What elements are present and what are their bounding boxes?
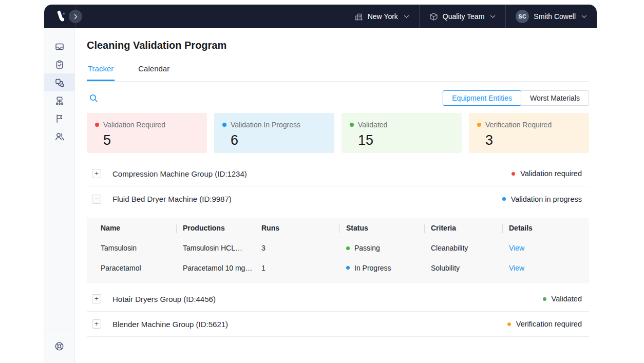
inbox-icon [54,42,65,52]
card-label: Validation Required [103,121,165,129]
status-dot [222,123,226,127]
search-icon [89,93,98,103]
workflow-icon [54,78,65,88]
user-menu[interactable]: SC Smith Cowell [505,5,597,28]
status-dot [512,172,515,176]
group-row-blender: Blender Machine Group (ID:5621) Verifica… [87,312,589,337]
chevron-right-icon [74,14,78,20]
main-content: Cleaning Validation Program Tracker Cale… [75,28,597,363]
card-count: 15 [358,132,453,148]
sidebar-item-hierarchy[interactable] [44,91,74,109]
top-bar: New York Quality Team SC Smith Cowell [44,5,597,28]
card-label: Validated [358,121,387,129]
card-count: 5 [103,132,199,148]
avatar: SC [516,10,529,23]
location-label: New York [368,12,398,21]
sidebar-item-inbox[interactable] [44,37,74,55]
status-dot [507,322,511,326]
flag-icon [54,113,65,124]
group-row-hotair: Hotair Dryers Group (ID:4456) Validated [87,286,589,312]
group-name: Blender Machine Group (ID:5621) [112,320,228,329]
card-validation-in-progress: Validation In Progress 6 [214,113,334,153]
status-dot [543,297,546,301]
users-icon [54,131,65,142]
status-dot [350,123,354,127]
cell-status: In Progress [346,264,431,272]
tab-tracker[interactable]: Tracker [87,64,115,81]
cell-productions: Tamsulosin HCL… [183,244,261,252]
sidebar-item-tasks[interactable] [44,55,74,73]
card-count: 3 [485,132,581,148]
status-dot [346,246,350,250]
expand-icon[interactable] [92,294,101,303]
sidebar [44,28,75,363]
group-status-label: Validation required [520,169,582,178]
status-dot [477,123,481,127]
group-status: Validated [543,295,582,303]
table-header-row: Name Productions Runs Status Criteria De… [87,218,589,238]
column-header-status: Status [346,224,431,232]
card-label: Verification Required [485,121,552,129]
column-header-productions: Productions [183,224,261,232]
group-status-label: Validation in progress [511,195,582,203]
card-validated: Validated 15 [342,113,462,153]
card-verification-required: Verification Required 3 [469,113,589,153]
status-label: In Progress [354,264,391,272]
page-title: Cleaning Validation Program [87,40,589,51]
chevron-down-icon [490,15,496,18]
cell-productions: Paracetamol 10 mg… [183,264,261,272]
sidebar-item-team[interactable] [44,127,74,145]
toggle-worst-materials[interactable]: Worst Materials [521,90,589,106]
chevron-down-icon [404,15,409,18]
group-status: Validation in progress [502,195,582,203]
group-row-fluid-bed: Fluid Bed Dryer Machine (ID:9987) Valida… [87,186,589,212]
view-details-link[interactable]: View [509,264,524,272]
status-dot [346,266,350,270]
app-window: New York Quality Team SC Smith Cowell [44,4,597,363]
card-label: Validation In Progress [231,121,300,129]
cell-criteria: Cleanability [431,244,509,252]
card-count: 6 [231,132,326,148]
collapse-icon[interactable] [92,195,101,204]
status-dot [95,123,99,127]
sidebar-item-workflows[interactable] [44,73,74,91]
controls-row: Equipment Entities Worst Materials [87,90,589,106]
search-button[interactable] [87,91,100,105]
status-label: Passing [354,244,380,252]
column-header-runs: Runs [261,224,346,232]
chevron-down-icon [581,15,587,18]
tab-bar: Tracker Calendar [87,64,589,82]
cell-status: Passing [346,244,431,252]
cell-runs: 3 [261,244,346,252]
clipboard-check-icon [54,60,65,70]
expand-icon[interactable] [92,169,101,178]
group-status-label: Verification required [516,320,582,328]
cube-icon [429,12,438,21]
user-name: Smith Cowell [534,12,576,21]
column-header-criteria: Criteria [431,224,509,232]
toggle-equipment-entities[interactable]: Equipment Entities [443,90,521,106]
sidebar-item-flags[interactable] [44,109,74,127]
group-status: Verification required [507,320,582,328]
column-header-name: Name [101,224,183,232]
team-selector[interactable]: Quality Team [419,5,505,28]
sidebar-item-support[interactable] [44,337,74,355]
hierarchy-icon [54,95,65,106]
status-dot [502,197,506,201]
sidebar-expand-button[interactable] [69,10,82,23]
tab-calendar[interactable]: Calendar [137,64,171,81]
group-status-label: Validated [552,295,582,303]
brand-logo-icon [55,10,67,23]
sidebar-footer [44,330,74,363]
cell-criteria: Solubility [431,264,509,272]
cell-runs: 1 [261,264,346,272]
location-selector[interactable]: New York [345,5,419,28]
group-name: Fluid Bed Dryer Machine (ID:9987) [112,195,232,203]
lifebuoy-icon [54,341,65,352]
expand-icon[interactable] [92,319,101,329]
group-row-compression: Compression Machine Group (ID:1234) Vali… [87,161,589,186]
building-icon [354,12,363,21]
validation-table: Name Productions Runs Status Criteria De… [87,218,589,283]
view-details-link[interactable]: View [509,244,524,252]
group-status: Validation required [512,169,582,178]
